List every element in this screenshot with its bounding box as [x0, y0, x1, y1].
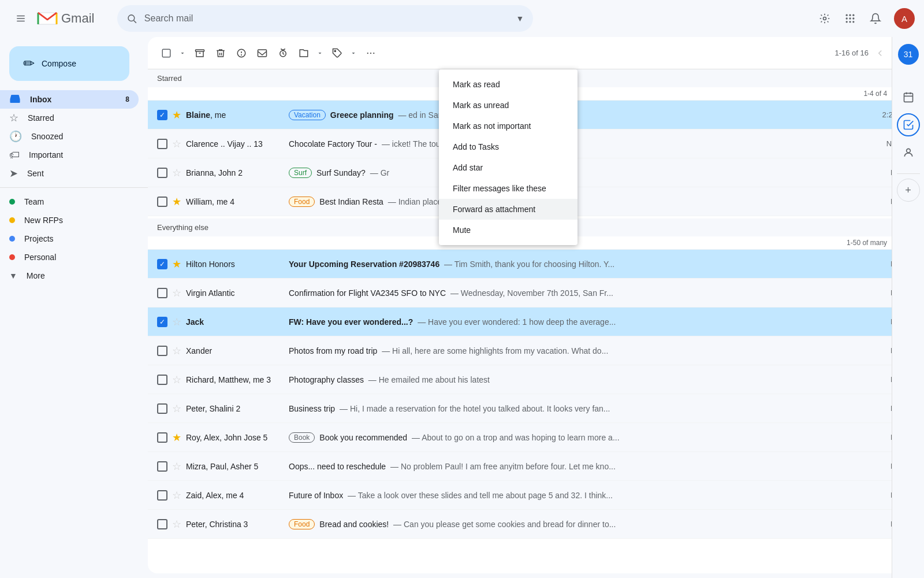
sidebar-item-sent[interactable]: ➤ Sent	[0, 164, 139, 183]
sidebar-item-snoozed[interactable]: 🕐 Snoozed	[0, 127, 139, 146]
email-checkbox[interactable]: ✓	[157, 259, 167, 269]
email-row[interactable]: ☆ Xander Photos from my road trip — Hi a…	[148, 336, 919, 365]
email-row[interactable]: ✓ ★ Hilton Honors Your Upcoming Reservat…	[148, 250, 919, 279]
user-avatar[interactable]: A	[894, 8, 915, 29]
email-preview: — No problem Paul! I am free anyitm befo…	[388, 462, 616, 471]
calendar-date-button[interactable]: 31	[898, 44, 919, 65]
star-toggle[interactable]: ★	[172, 195, 181, 208]
email-checkbox[interactable]	[157, 288, 167, 298]
star-toggle[interactable]: ☆	[172, 402, 181, 415]
context-menu-mark-not-important[interactable]: Mark as not important	[439, 116, 578, 136]
sidebar-item-more[interactable]: ▼ More	[0, 266, 139, 285]
email-row[interactable]: ✓ ☆ Jack FW: Have you ever wondered...? …	[148, 307, 919, 336]
email-row[interactable]: ★ Roy, Alex, John Jose 5 Book Book you r…	[148, 423, 919, 452]
email-checkbox[interactable]	[157, 168, 167, 178]
email-subject: Best Indian Resta	[319, 197, 383, 206]
email-checkbox[interactable]	[157, 139, 167, 149]
snooze-button[interactable]	[274, 44, 292, 62]
email-preview: — Hi all, here are some highlights from …	[379, 346, 608, 355]
contacts-icon-button[interactable]	[897, 141, 920, 164]
email-subject-preview: Your Upcoming Reservation #20983746 — Ti…	[289, 260, 871, 269]
star-toggle[interactable]: ☆	[172, 287, 181, 299]
sidebar-item-projects[interactable]: Projects	[0, 229, 139, 248]
delete-button[interactable]	[211, 44, 230, 62]
compose-label: Compose	[42, 59, 76, 68]
email-row[interactable]: ☆ Peter, Shalini 2 Business trip — Hi, I…	[148, 394, 919, 423]
starred-count-text: 1-4 of 4	[863, 90, 887, 98]
move-dropdown-button[interactable]	[314, 44, 326, 62]
sidebar-item-personal[interactable]: Personal	[0, 248, 139, 266]
select-all-checkbox[interactable]	[157, 44, 176, 62]
select-dropdown-button[interactable]	[177, 44, 188, 62]
add-panel-button[interactable]: +	[897, 179, 920, 202]
star-toggle[interactable]: ☆	[172, 138, 181, 150]
more-actions-button[interactable]	[362, 44, 380, 62]
search-dropdown-icon[interactable]: ▼	[516, 14, 524, 23]
email-sender: Virgin Atlantic	[186, 288, 284, 298]
context-menu-add-tasks[interactable]: Add to Tasks	[439, 136, 578, 157]
search-input[interactable]	[144, 13, 509, 24]
settings-button[interactable]	[813, 7, 836, 30]
email-row[interactable]: ☆ Zaid, Alex, me 4 Future of Inbox — Tak…	[148, 481, 919, 510]
email-row[interactable]: ☆ Mizra, Paul, Asher 5 Oops... need to r…	[148, 452, 919, 481]
google-apps-button[interactable]	[839, 7, 862, 30]
email-checkbox[interactable]	[157, 346, 167, 356]
email-tag-food: Food	[289, 519, 315, 529]
email-tag-surf: Surf	[289, 168, 312, 178]
mark-read-button[interactable]	[253, 44, 271, 62]
star-toggle[interactable]: ☆	[172, 316, 181, 328]
move-to-button[interactable]	[295, 44, 313, 62]
context-menu-mute[interactable]: Mute	[439, 220, 578, 240]
star-toggle[interactable]: ☆	[172, 166, 181, 179]
email-subject-preview: Confirmation for Flight VA2345 SFO to NY…	[289, 288, 871, 298]
star-toggle[interactable]: ☆	[172, 460, 181, 473]
compose-button[interactable]: ✏ Compose	[9, 46, 129, 81]
calendar-icon-button[interactable]	[897, 86, 920, 109]
email-subject: Bread and cookies!	[319, 520, 389, 529]
email-subject: FW: Have you ever wondered...?	[289, 317, 413, 327]
sidebar-item-new-rfps[interactable]: New RFPs	[0, 211, 139, 229]
star-toggle[interactable]: ★	[172, 431, 181, 444]
notifications-button[interactable]	[864, 7, 887, 30]
tasks-icon-button[interactable]	[897, 113, 920, 136]
email-checkbox[interactable]	[157, 461, 167, 472]
email-checkbox[interactable]: ✓	[157, 317, 167, 327]
email-row[interactable]: ☆ Peter, Christina 3 Food Bread and cook…	[148, 510, 919, 539]
svg-rect-16	[162, 49, 170, 57]
archive-button[interactable]	[191, 44, 209, 62]
star-toggle[interactable]: ☆	[172, 344, 181, 357]
label-dropdown-button[interactable]	[348, 44, 359, 62]
email-checkbox[interactable]	[157, 432, 167, 443]
star-toggle[interactable]: ☆	[172, 518, 181, 531]
email-preview: — He emailed me about his latest	[366, 375, 490, 384]
context-menu-filter-messages[interactable]: Filter messages like these	[439, 178, 578, 199]
label-button[interactable]	[328, 44, 346, 62]
email-preview: — About to go on a trop and was hoping t…	[409, 433, 619, 442]
context-menu-mark-unread[interactable]: Mark as unread	[439, 95, 578, 116]
sidebar-item-starred[interactable]: ☆ Starred	[0, 109, 139, 127]
svg-point-26	[373, 52, 374, 53]
star-toggle[interactable]: ☆	[172, 489, 181, 502]
hamburger-menu-button[interactable]	[9, 7, 32, 30]
email-checkbox[interactable]	[157, 197, 167, 207]
email-row[interactable]: ☆ Richard, Matthew, me 3 Photography cla…	[148, 365, 919, 394]
sidebar-item-inbox[interactable]: Inbox 8	[0, 90, 139, 109]
star-toggle[interactable]: ★	[172, 258, 181, 271]
email-row[interactable]: ☆ Virgin Atlantic Confirmation for Fligh…	[148, 279, 919, 307]
email-checkbox[interactable]	[157, 375, 167, 385]
sidebar-item-important[interactable]: 🏷 Important	[0, 146, 139, 164]
email-checkbox[interactable]: ✓	[157, 110, 167, 120]
email-checkbox[interactable]	[157, 519, 167, 529]
star-toggle[interactable]: ☆	[172, 373, 181, 386]
pager-prev-button[interactable]	[871, 44, 889, 62]
context-menu-mark-read[interactable]: Mark as read	[439, 74, 578, 95]
context-menu-forward-attachment[interactable]: Forward as attachment	[439, 199, 578, 220]
email-subject-preview: Future of Inbox — Take a look over these…	[289, 491, 871, 500]
spam-button[interactable]	[232, 44, 251, 62]
context-menu-add-star[interactable]: Add star	[439, 157, 578, 178]
email-checkbox[interactable]	[157, 403, 167, 414]
topbar: Gmail ▼ A	[0, 0, 924, 37]
email-checkbox[interactable]	[157, 490, 167, 501]
sidebar-item-team[interactable]: Team	[0, 192, 139, 211]
star-toggle[interactable]: ★	[172, 109, 181, 121]
